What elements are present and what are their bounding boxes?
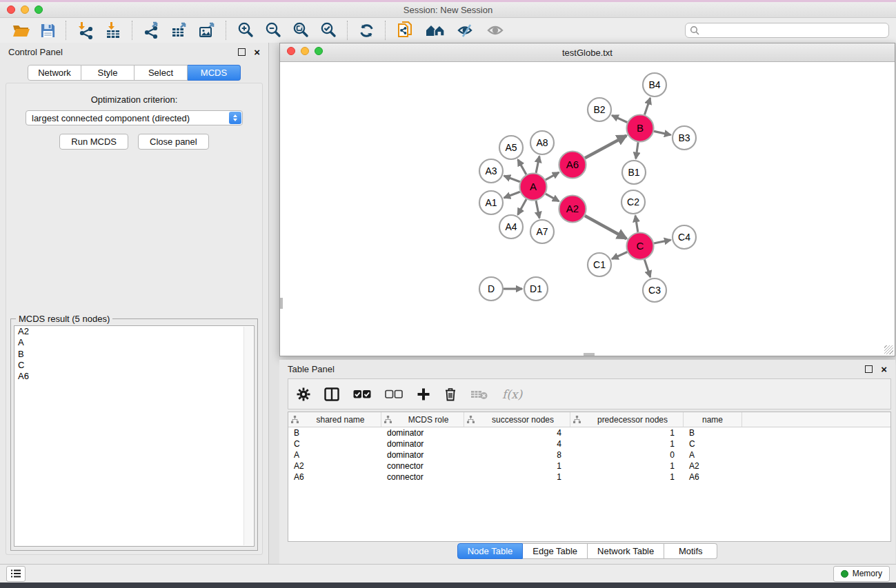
edge-A-A1[interactable] [504, 192, 520, 198]
edge-A6-B[interactable] [585, 136, 626, 159]
column-header-name[interactable]: name [684, 412, 742, 427]
edge-B-B2[interactable] [612, 115, 627, 122]
edge-C-C1[interactable] [612, 252, 627, 259]
edge-B-B4[interactable] [644, 98, 650, 115]
edge-B-B1[interactable] [636, 142, 638, 159]
criterion-dropdown[interactable]: largest connected component (directed) [26, 110, 243, 125]
tab-select[interactable]: Select [135, 65, 188, 81]
show-graphics-details-button[interactable] [481, 20, 510, 41]
graph-node-B1[interactable]: B1 [622, 161, 646, 184]
zoom-window-button[interactable] [34, 6, 43, 14]
result-list-item[interactable]: A6 [14, 371, 254, 382]
export-network-button[interactable] [138, 20, 166, 41]
edge-C-C2[interactable] [635, 216, 638, 232]
home-button[interactable] [420, 20, 452, 41]
network-graph[interactable]: AA1A2A3A4A5A6A7A8BB1B2B3B4CC1C2C3C4DD1 [280, 62, 895, 356]
table-row[interactable]: A2connector11A2 [288, 460, 890, 472]
horizontal-scroll-indicator[interactable] [584, 353, 595, 356]
minimize-network-button[interactable] [301, 47, 309, 55]
tab-mcds[interactable]: MCDS [188, 65, 241, 81]
graph-node-B2[interactable]: B2 [588, 98, 611, 121]
graph-node-D[interactable]: D [479, 277, 503, 301]
vertical-scroll-indicator[interactable] [280, 298, 283, 309]
duplicate-network-button[interactable] [391, 20, 420, 41]
export-image-button[interactable] [193, 20, 221, 41]
select-all-rows-button[interactable] [353, 389, 371, 399]
close-panel-icon[interactable]: × [881, 366, 887, 372]
tab-network[interactable]: Network [28, 65, 81, 81]
delete-columns-button[interactable] [444, 387, 457, 401]
result-list-scrollbar[interactable] [243, 327, 253, 545]
column-header-successor-nodes[interactable]: successor nodes [464, 412, 570, 427]
table-row[interactable]: Cdominator41C [288, 438, 890, 449]
graph-node-A8[interactable]: A8 [530, 131, 554, 154]
edge-A-A7[interactable] [536, 201, 539, 218]
graph-node-A4[interactable]: A4 [499, 215, 523, 239]
graph-node-C4[interactable]: C4 [673, 225, 696, 249]
resize-grip[interactable] [884, 345, 893, 354]
graph-node-A7[interactable]: A7 [530, 220, 554, 243]
tab-node-table[interactable]: Node Table [457, 543, 524, 559]
edge-A-A6[interactable] [546, 172, 559, 180]
app-titlebar[interactable]: Session: New Session [0, 2, 896, 18]
graph-node-A5[interactable]: A5 [499, 136, 523, 159]
table-row[interactable]: A6connector11A6 [288, 472, 890, 483]
search-input[interactable] [702, 25, 884, 36]
zoom-selected-button[interactable] [315, 20, 342, 41]
edge-A2-C[interactable] [585, 216, 626, 239]
graph-node-B[interactable]: B [627, 115, 654, 142]
graph-node-C[interactable]: C [627, 233, 654, 260]
save-session-button[interactable] [35, 20, 61, 41]
edge-A-A2[interactable] [546, 194, 559, 201]
table-settings-button[interactable] [297, 387, 310, 401]
close-panel-button[interactable]: Close panel [138, 134, 209, 150]
graph-node-C1[interactable]: C1 [588, 253, 611, 276]
edge-A-A3[interactable] [504, 176, 520, 182]
close-panel-icon[interactable]: × [254, 49, 260, 55]
export-table-button[interactable] [166, 20, 193, 41]
float-panel-icon[interactable] [865, 365, 873, 373]
function-builder-button[interactable]: f(x) [502, 387, 522, 401]
edge-C-C3[interactable] [644, 259, 650, 277]
graph-node-A2[interactable]: A2 [559, 196, 586, 223]
edge-A-A4[interactable] [518, 199, 526, 215]
graph-node-C2[interactable]: C2 [621, 190, 645, 214]
graph-node-A1[interactable]: A1 [479, 191, 503, 214]
network-window-titlebar[interactable]: testGlobe.txt [280, 43, 895, 62]
edge-A-A5[interactable] [518, 159, 526, 174]
zoom-in-button[interactable] [232, 20, 259, 41]
deselect-all-rows-button[interactable] [385, 389, 403, 399]
graph-node-B4[interactable]: B4 [643, 73, 666, 97]
tab-edge-table[interactable]: Edge Table [523, 543, 588, 559]
delete-table-button[interactable] [470, 389, 488, 400]
task-history-button[interactable] [6, 566, 26, 582]
column-header-shared-name[interactable]: shared name [288, 412, 381, 427]
result-list-item[interactable]: A [14, 337, 254, 348]
tab-network-table[interactable]: Network Table [588, 543, 664, 559]
mcds-result-list[interactable]: A2ABCA6 [14, 325, 255, 547]
result-list-item[interactable]: B [14, 349, 254, 360]
result-list-item[interactable]: C [14, 360, 254, 371]
table-row[interactable]: Bdominator41B [288, 427, 890, 438]
graph-node-C3[interactable]: C3 [643, 278, 666, 302]
result-list-item[interactable]: A2 [14, 326, 254, 337]
zoom-network-button[interactable] [315, 47, 323, 55]
open-session-button[interactable] [7, 20, 35, 41]
zoom-out-button[interactable] [259, 20, 287, 41]
import-network-button[interactable] [72, 20, 99, 41]
edge-C-C4[interactable] [654, 240, 670, 243]
refresh-layout-button[interactable] [353, 20, 380, 41]
edge-A-A8[interactable] [536, 156, 539, 173]
close-window-button[interactable] [7, 6, 15, 14]
graph-node-B3[interactable]: B3 [673, 126, 696, 150]
edge-B-B3[interactable] [654, 131, 670, 134]
graph-node-A[interactable]: A [520, 174, 547, 201]
run-mcds-button[interactable]: Run MCDS [59, 134, 128, 150]
close-network-button[interactable] [287, 47, 295, 55]
table-row[interactable]: Adominator80A [288, 449, 890, 460]
tab-style[interactable]: Style [81, 65, 135, 81]
memory-button[interactable]: Memory [833, 566, 890, 582]
add-column-button[interactable] [417, 387, 430, 401]
network-canvas[interactable]: AA1A2A3A4A5A6A7A8BB1B2B3B4CC1C2C3C4DD1 [280, 62, 895, 356]
zoom-fit-button[interactable] [287, 20, 315, 41]
